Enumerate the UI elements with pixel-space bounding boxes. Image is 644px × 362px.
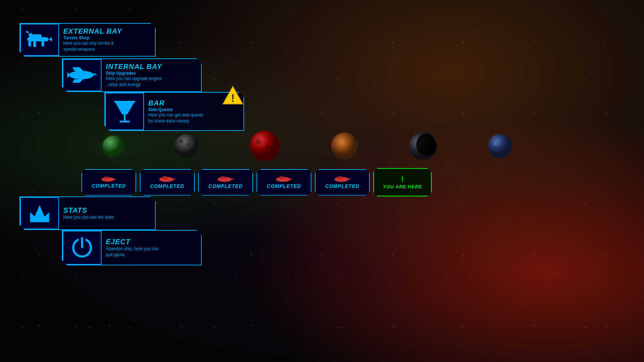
eject-title: EJECT bbox=[106, 238, 159, 246]
stage-1-icon bbox=[101, 176, 117, 183]
planets-row bbox=[103, 131, 512, 161]
svg-point-20 bbox=[125, 104, 126, 105]
you-are-here-label: YOU ARE HERE bbox=[383, 184, 422, 190]
svg-marker-15 bbox=[115, 102, 134, 114]
planet-orange-svg bbox=[331, 133, 358, 159]
external-bay-panel[interactable]: EXTERNAL BAY Turrets Shop Here you can b… bbox=[19, 23, 156, 57]
stage-2-icon bbox=[159, 176, 176, 183]
svg-marker-46 bbox=[232, 178, 235, 179]
external-bay-subtitle: Turrets Shop bbox=[63, 35, 122, 40]
exclamation-icon: ! bbox=[401, 175, 404, 183]
external-bay-icon bbox=[20, 24, 59, 56]
stage-5-button[interactable]: COMPLETED bbox=[315, 169, 370, 196]
internal-bay-text: INTERNAL BAY Ship Upgrades Here you can … bbox=[102, 60, 166, 91]
stats-icon-container bbox=[20, 197, 59, 229]
planet-blue bbox=[488, 134, 512, 158]
svg-marker-14 bbox=[73, 67, 83, 71]
eject-icon-container bbox=[63, 231, 102, 265]
stage-4-button[interactable]: COMPLETED bbox=[257, 169, 311, 196]
svg-point-27 bbox=[187, 143, 190, 146]
internal-bay-title: INTERNAL BAY bbox=[106, 63, 162, 71]
planet-red bbox=[250, 131, 280, 161]
ship-icon bbox=[67, 67, 97, 83]
stage-4-label: COMPLETED bbox=[267, 183, 301, 189]
you-are-here-button[interactable]: ! YOU ARE HERE bbox=[373, 168, 432, 196]
ship-icon-1 bbox=[101, 176, 117, 183]
svg-marker-1 bbox=[48, 37, 52, 41]
eject-desc: Abandon ship, here you canquit game. bbox=[106, 246, 159, 258]
stage-1-button[interactable]: COMPLETED bbox=[81, 169, 136, 196]
bar-text: BAR Side Quests Here you can get side qu… bbox=[144, 96, 207, 127]
svg-point-38 bbox=[493, 142, 497, 146]
planet-orange bbox=[331, 133, 358, 159]
svg-point-25 bbox=[174, 134, 199, 158]
planet-blue-svg bbox=[488, 134, 512, 158]
internal-bay-icon bbox=[63, 59, 102, 91]
svg-rect-5 bbox=[33, 41, 36, 47]
svg-text:!: ! bbox=[231, 92, 235, 104]
svg-point-26 bbox=[180, 139, 183, 143]
external-bay-desc: Here you can buy turrets &special weapon… bbox=[63, 40, 122, 52]
warning-icon: ! bbox=[222, 86, 243, 105]
ship-icon-2 bbox=[159, 176, 176, 183]
crown-icon bbox=[28, 202, 51, 225]
svg-point-47 bbox=[220, 176, 226, 179]
stage-2-label: COMPLETED bbox=[150, 183, 184, 189]
ship-icon-5 bbox=[334, 176, 351, 183]
planet-earth-svg bbox=[103, 136, 123, 156]
svg-marker-40 bbox=[114, 178, 117, 179]
svg-marker-12 bbox=[67, 72, 69, 78]
svg-marker-52 bbox=[349, 178, 351, 179]
internal-bay-desc: Here you can upgrade engine, radar and e… bbox=[106, 76, 162, 88]
power-icon bbox=[71, 236, 94, 259]
svg-marker-54 bbox=[30, 205, 49, 219]
stats-text: STATS Here you can see the stats bbox=[59, 203, 118, 223]
planet-crescent-svg bbox=[409, 132, 437, 160]
svg-point-28 bbox=[250, 131, 280, 161]
svg-point-44 bbox=[162, 176, 168, 179]
svg-point-19 bbox=[119, 105, 121, 107]
internal-bay-subtitle: Ship Upgrades bbox=[106, 71, 162, 76]
stats-desc: Here you can see the stats bbox=[63, 214, 114, 220]
svg-point-30 bbox=[265, 145, 270, 149]
stage-4-icon bbox=[275, 176, 293, 183]
ship-icon-3 bbox=[217, 176, 235, 183]
internal-bay-panel[interactable]: INTERNAL BAY Ship Upgrades Here you can … bbox=[62, 58, 202, 92]
svg-point-21 bbox=[128, 106, 130, 108]
ship-icon-4 bbox=[275, 176, 293, 183]
svg-point-50 bbox=[279, 176, 284, 179]
eject-text: EJECT Abandon ship, here you canquit gam… bbox=[102, 235, 163, 261]
svg-marker-43 bbox=[173, 178, 176, 179]
stats-panel[interactable]: STATS Here you can see the stats bbox=[19, 196, 156, 230]
stage-3-label: COMPLETED bbox=[208, 183, 243, 189]
planet-crescent bbox=[409, 132, 437, 160]
svg-point-8 bbox=[26, 31, 28, 33]
external-bay-text: EXTERNAL BAY Turrets Shop Here you can b… bbox=[59, 24, 126, 55]
cocktail-icon bbox=[113, 98, 136, 125]
svg-rect-18 bbox=[114, 101, 135, 103]
stage-3-button[interactable]: COMPLETED bbox=[198, 169, 253, 196]
svg-point-32 bbox=[331, 133, 357, 159]
stage-1-label: COMPLETED bbox=[92, 183, 126, 189]
bar-icon-container bbox=[105, 93, 144, 130]
planet-moon-1 bbox=[174, 134, 199, 158]
stage-5-icon bbox=[334, 176, 351, 183]
stage-3-icon bbox=[217, 176, 235, 183]
svg-point-24 bbox=[103, 136, 123, 156]
svg-point-31 bbox=[260, 149, 264, 152]
svg-marker-13 bbox=[73, 79, 83, 83]
turret-ship-icon bbox=[25, 30, 54, 50]
svg-marker-49 bbox=[290, 178, 293, 179]
svg-rect-16 bbox=[124, 114, 126, 121]
stage-5-label: COMPLETED bbox=[325, 183, 360, 189]
planet-earth bbox=[103, 136, 123, 156]
svg-point-53 bbox=[337, 176, 343, 179]
external-bay-title: EXTERNAL BAY bbox=[63, 27, 122, 35]
planet-red-svg bbox=[250, 131, 280, 161]
svg-marker-10 bbox=[94, 73, 97, 75]
svg-point-29 bbox=[256, 139, 261, 144]
eject-panel[interactable]: EJECT Abandon ship, here you canquit gam… bbox=[62, 230, 202, 265]
stage-2-button[interactable]: COMPLETED bbox=[140, 169, 195, 196]
planet-moon-1-svg bbox=[174, 134, 199, 158]
svg-rect-4 bbox=[28, 41, 31, 46]
